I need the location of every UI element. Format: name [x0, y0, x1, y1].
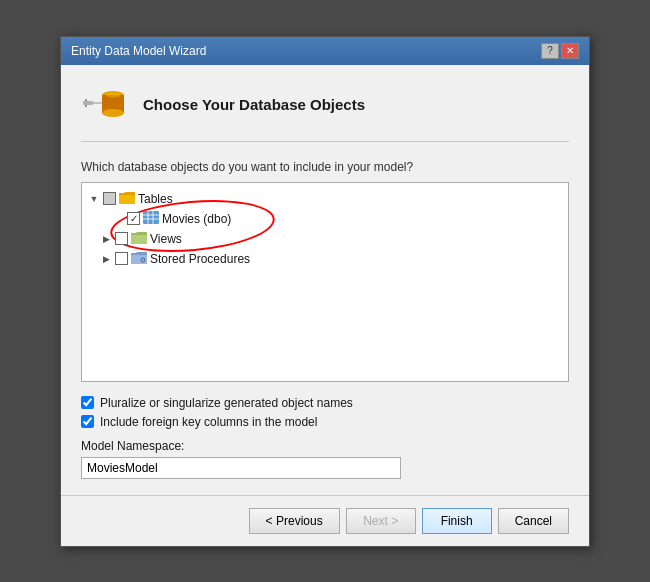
- tree-item-movies[interactable]: ▶ Movies (dbo): [88, 209, 562, 229]
- header-section: Choose Your Database Objects: [81, 81, 569, 142]
- svg-point-14: [142, 258, 144, 260]
- pluralize-label: Pluralize or singularize generated objec…: [100, 396, 353, 410]
- checkbox-views[interactable]: [115, 232, 128, 245]
- finish-button[interactable]: Finish: [422, 508, 492, 534]
- svg-rect-0: [83, 101, 93, 105]
- checkbox-tables[interactable]: [103, 192, 116, 205]
- previous-button[interactable]: < Previous: [249, 508, 340, 534]
- expand-arrow-stored-procs[interactable]: ▶: [100, 253, 112, 265]
- folder-icon-views: [131, 231, 147, 247]
- svg-rect-8: [143, 211, 159, 224]
- cancel-button[interactable]: Cancel: [498, 508, 569, 534]
- folder-icon-tables: [119, 191, 135, 207]
- table-icon-movies: [143, 211, 159, 227]
- tree-item-stored-procedures[interactable]: ▶ Stored Procedures: [88, 249, 562, 269]
- checkbox-movies[interactable]: [127, 212, 140, 225]
- help-button[interactable]: ?: [541, 43, 559, 59]
- pluralize-checkbox[interactable]: [81, 396, 94, 409]
- close-button[interactable]: ✕: [561, 43, 579, 59]
- title-bar: Entity Data Model Wizard ? ✕: [61, 37, 589, 65]
- pluralize-option-row[interactable]: Pluralize or singularize generated objec…: [81, 396, 569, 410]
- next-button[interactable]: Next >: [346, 508, 416, 534]
- expand-arrow-views[interactable]: ▶: [100, 233, 112, 245]
- foreign-key-checkbox[interactable]: [81, 415, 94, 428]
- folder-icon-stored-procs: [131, 251, 147, 267]
- namespace-label: Model Namespace:: [81, 439, 569, 453]
- namespace-input[interactable]: [81, 457, 401, 479]
- description-text: Which database objects do you want to in…: [81, 160, 569, 174]
- title-bar-buttons: ? ✕: [541, 43, 579, 59]
- svg-rect-1: [85, 99, 87, 101]
- database-icon: [81, 81, 129, 129]
- label-movies: Movies (dbo): [162, 212, 231, 226]
- tree-item-tables[interactable]: ▼ Tables: [88, 189, 562, 209]
- foreign-key-option-row[interactable]: Include foreign key columns in the model: [81, 415, 569, 429]
- tree-item-views[interactable]: ▶ Views: [88, 229, 562, 249]
- foreign-key-label: Include foreign key columns in the model: [100, 415, 317, 429]
- footer: < Previous Next > Finish Cancel: [61, 495, 589, 546]
- window-title: Entity Data Model Wizard: [71, 44, 206, 58]
- svg-point-6: [106, 92, 120, 97]
- label-views: Views: [150, 232, 182, 246]
- header-title: Choose Your Database Objects: [143, 96, 365, 113]
- tree-container[interactable]: ▼ Tables ▶: [81, 182, 569, 382]
- svg-point-5: [102, 109, 124, 117]
- namespace-section: Model Namespace:: [81, 439, 569, 479]
- expand-arrow-tables[interactable]: ▼: [88, 193, 100, 205]
- dialog-window: Entity Data Model Wizard ? ✕: [60, 36, 590, 547]
- svg-rect-2: [85, 105, 87, 107]
- label-tables: Tables: [138, 192, 173, 206]
- options-section: Pluralize or singularize generated objec…: [81, 396, 569, 429]
- dialog-body: Choose Your Database Objects Which datab…: [61, 65, 589, 495]
- label-stored-procedures: Stored Procedures: [150, 252, 250, 266]
- checkbox-stored-procedures[interactable]: [115, 252, 128, 265]
